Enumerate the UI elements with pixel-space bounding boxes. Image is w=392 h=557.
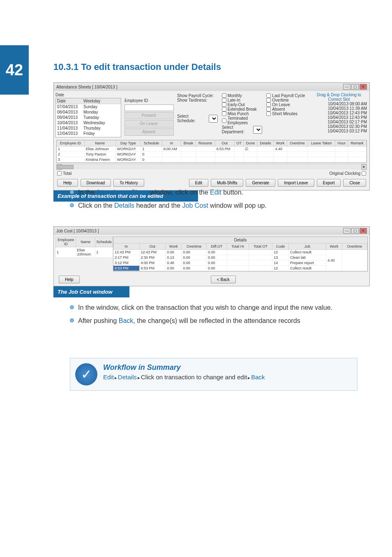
back-button[interactable]: < Back [211, 276, 236, 283]
export-button[interactable]: Export [317, 179, 341, 187]
date-cell[interactable]: 07/04/2013 [56, 104, 82, 109]
bullet-icon [70, 305, 74, 309]
col-out[interactable]: Out [215, 140, 234, 146]
date-cell[interactable]: 10/04/2013 [56, 120, 82, 125]
dept-select[interactable] [253, 126, 262, 134]
col-resume[interactable]: Resume [196, 140, 215, 146]
absent-checkbox[interactable] [266, 107, 271, 111]
multi-shifts-button[interactable]: Multi-Shifts [211, 179, 243, 187]
timestamp[interactable]: 10/04/2013 02:30 PM [310, 124, 368, 129]
col-break[interactable]: Break [181, 140, 196, 146]
col-ot[interactable]: OT [234, 140, 244, 146]
terminated-checkbox[interactable] [222, 118, 226, 123]
bullet-text: In the window, click on the transaction … [78, 302, 332, 313]
col-done[interactable]: Done [244, 140, 257, 146]
earlyout-checkbox[interactable] [222, 102, 226, 107]
date-cell[interactable]: 08/04/2013 [56, 109, 82, 115]
date-cell[interactable]: 12/04/2013 [56, 131, 82, 136]
weekday-cell: Friday [82, 131, 108, 136]
col-code[interactable]: Code [272, 244, 289, 250]
col-diffot[interactable]: Diff.OT [207, 244, 227, 250]
step-back: Back [251, 374, 265, 381]
col-overtime[interactable]: Overtime [287, 140, 307, 146]
timestamp[interactable]: 10/04/2013 08:00 AM [310, 102, 368, 106]
generate-button[interactable]: Generate [246, 179, 275, 187]
download-button[interactable]: Download [81, 179, 111, 187]
table-row[interactable]: 12:43 PM12:43 PM0.000.000.0012Collect re… [113, 250, 367, 255]
table-row[interactable]: 1Elise JohnsonWORKDAY18:00 AM6:53 PM☑4.4… [57, 146, 367, 152]
timestamp-list: 10/04/2013 08:00 AM 10/04/2013 11:39 AM … [310, 102, 368, 133]
date-cell[interactable]: 11/04/2013 [56, 125, 82, 131]
col-date: Date [56, 98, 82, 104]
timestamp[interactable]: 10/04/2013 02:17 PM [310, 120, 368, 124]
schedule-select[interactable] [209, 115, 218, 123]
total-checkbox[interactable] [57, 171, 62, 176]
col-leave[interactable]: Leave Taken [308, 140, 335, 146]
col-overtime[interactable]: Overtime [182, 244, 207, 250]
col-daytype[interactable]: Day Type [115, 140, 141, 146]
maximize-button[interactable]: ▢ [351, 84, 359, 90]
maximize-button[interactable]: ▢ [351, 228, 359, 234]
instruction-list-2: In the window, click on the transaction … [70, 302, 366, 328]
table-row[interactable]: 2Tony PaxtonWORKDAY0 [57, 152, 367, 157]
original-clocking-label: Original Clocking [329, 171, 360, 176]
bullet-icon [70, 203, 74, 207]
extbreak-checkbox[interactable] [222, 107, 226, 111]
minimize-button[interactable]: — [343, 228, 350, 234]
col-schedule[interactable]: Schedule [141, 140, 162, 146]
misspunch-checkbox[interactable] [222, 111, 226, 116]
minimize-button[interactable]: — [343, 84, 350, 90]
col-in[interactable]: In [113, 244, 139, 250]
date-cell[interactable]: 09/04/2013 [56, 115, 82, 120]
shortmin-checkbox[interactable] [266, 111, 271, 116]
drag-drop-label: Drag & Drop Clocking to Correct Slot [310, 93, 368, 102]
close-button[interactable]: ✕ [360, 84, 367, 90]
employee-id-input[interactable] [125, 104, 174, 111]
col-job[interactable]: Job [289, 244, 326, 250]
help-button[interactable]: Help [57, 179, 78, 187]
details-header[interactable]: Details [113, 237, 367, 244]
col-work[interactable]: Work [274, 140, 287, 146]
timestamp[interactable]: 10/04/2013 03:12 PM [310, 129, 368, 133]
date-label: Date [55, 93, 121, 97]
lastpayroll-checkbox[interactable] [266, 93, 271, 98]
latein-checkbox[interactable] [222, 98, 226, 102]
table-row[interactable]: 1Elise Johnson1 [56, 247, 113, 258]
monthly-checkbox[interactable] [222, 93, 226, 98]
col-details[interactable]: Details [257, 140, 274, 146]
link-text: Back [119, 317, 134, 324]
attendance-grid[interactable]: Employee ID Name Day Type Schedule In Br… [56, 140, 367, 163]
col-totalot[interactable]: Total OT [249, 244, 272, 250]
help-button[interactable]: Help [59, 276, 80, 283]
original-checkbox[interactable] [362, 171, 366, 176]
col-name[interactable]: Name [84, 140, 115, 146]
close-button[interactable]: ✕ [360, 228, 367, 234]
date-list[interactable]: DateWeekday 07/04/2013Sunday 08/04/2013M… [55, 98, 121, 137]
weekday-cell: Monday [82, 109, 108, 115]
to-history-button[interactable]: To History [113, 179, 144, 187]
screenshot2-caption: The Job Cost window [53, 286, 129, 297]
window-titlebar: Attendance Sheets [ 10/04/2013 ] — ▢ ✕ [54, 83, 369, 91]
timestamp[interactable]: 10/04/2013 11:39 AM [310, 106, 368, 111]
onleave-checkbox[interactable] [266, 102, 271, 107]
col-sum-work[interactable]: Work [326, 244, 342, 250]
checkmark-icon: ✓ [75, 363, 97, 385]
timestamp[interactable]: 10/04/2013 12:43 PM [310, 115, 368, 120]
col-in[interactable]: In [162, 140, 181, 146]
col-totalhr[interactable]: Total Hr [227, 244, 249, 250]
horizontal-scrollbar[interactable]: ◄► [56, 164, 367, 169]
col-remark[interactable]: Remark [348, 140, 367, 146]
close-window-button[interactable]: Close [343, 179, 366, 187]
edit-button[interactable]: Edit [189, 179, 208, 187]
col-empid[interactable]: Employee ID [57, 140, 84, 146]
col-hour[interactable]: Hour [335, 140, 348, 146]
timestamp[interactable]: 10/04/2013 12:43 PM [310, 111, 368, 115]
table-row[interactable]: 3Kristina FreemWORKDAY0 [57, 157, 367, 162]
overtime-checkbox[interactable] [266, 98, 271, 102]
col-sum-overtime[interactable]: Overtime [342, 244, 367, 250]
col-work[interactable]: Work [166, 244, 182, 250]
details-panel: Details In Out Work Overtime Diff.OT Tot… [113, 237, 368, 272]
col-empid: Employee ID [56, 237, 76, 247]
import-leave-button[interactable]: Import Leave [278, 179, 314, 187]
col-out[interactable]: Out [139, 244, 166, 250]
